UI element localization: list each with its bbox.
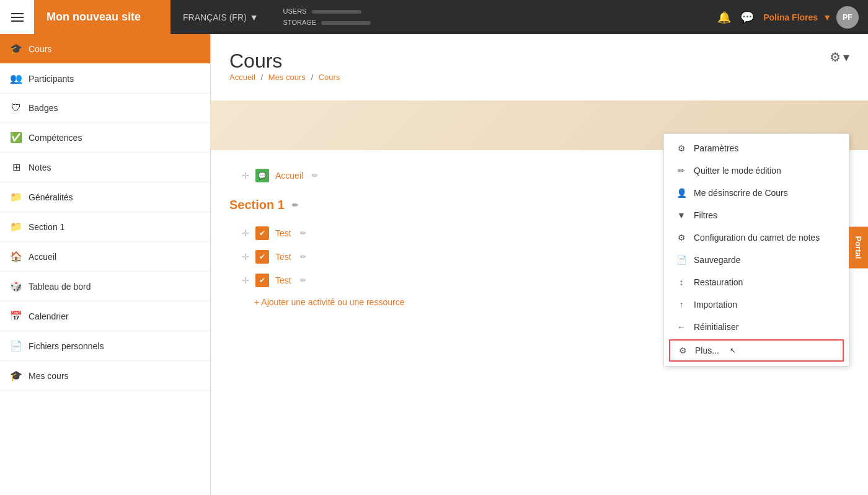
filtres-icon: ▼ [676, 210, 686, 220]
sidebar-item-calendrier[interactable]: 📅 Calendrier [0, 301, 210, 331]
gear-arrow: ▾ [843, 50, 849, 65]
breadcrumb-home[interactable]: Accueil [229, 73, 255, 82]
dropdown-item-parametres[interactable]: ⚙ Paramètres [664, 137, 849, 159]
hamburger-icon [11, 13, 24, 22]
dropdown-item-importation[interactable]: ↑ Importation [664, 293, 849, 316]
sidebar-label-calendrier: Calendrier [29, 311, 69, 321]
carnet-label: Configuration du carnet de notes [694, 233, 820, 243]
importation-icon: ↑ [676, 300, 686, 310]
users-stat: USERS [283, 6, 371, 17]
sidebar: 🎓 Cours 👥 Participants 🛡 Badges ✅ Compét… [0, 34, 211, 495]
accueil-link[interactable]: Accueil [275, 171, 303, 181]
sidebar-item-accueil[interactable]: 🏠 Accueil [0, 242, 210, 272]
dropdown-item-carnet[interactable]: ⚙ Configuration du carnet de notes [664, 226, 849, 249]
storage-stat: STORAGE [283, 17, 371, 29]
sidebar-label-generalites: Généralités [29, 192, 73, 202]
activity-link-3[interactable]: Test [275, 275, 291, 285]
sidebar-item-competences[interactable]: ✅ Compétences [0, 123, 210, 153]
activity-edit-1[interactable]: ✏ [300, 229, 306, 238]
drag-handle-1[interactable]: ✛ [242, 228, 249, 238]
dropdown-menu: ⚙ Paramètres ✏ Quitter le mode édition 👤… [663, 133, 849, 367]
sauvegarde-label: Sauvegarde [694, 255, 741, 265]
dropdown-item-sauvegarde[interactable]: 📄 Sauvegarde [664, 249, 849, 271]
add-activity-label: + Ajouter une activité ou une ressource [254, 297, 404, 307]
gear-button[interactable]: ⚙ ▾ [830, 50, 849, 65]
gear-icon: ⚙ [830, 50, 841, 65]
calendrier-icon: 📅 [10, 310, 22, 322]
site-brand[interactable]: Mon nouveau site [34, 0, 170, 34]
quiz-icon-3: ✔ [255, 274, 269, 287]
mes-cours-icon: 🎓 [10, 370, 22, 381]
notes-icon: ⊞ [10, 161, 22, 173]
dropdown-item-restauration[interactable]: ↕ Restauration [664, 271, 849, 293]
badges-icon: 🛡 [10, 102, 22, 114]
sidebar-label-notes: Notes [29, 163, 51, 172]
username-label: Polina Flores [763, 12, 818, 22]
dropdown-item-reinitialiser[interactable]: ← Réinitialiser [664, 316, 849, 338]
desinscrire-icon: 👤 [676, 188, 686, 198]
sidebar-item-tableau[interactable]: 🎲 Tableau de bord [0, 272, 210, 301]
brand-label: Mon nouveau site [46, 11, 141, 24]
activity-link-2[interactable]: Test [275, 252, 291, 262]
cours-icon: 🎓 [10, 43, 22, 55]
quitter-label: Quitter le mode édition [694, 166, 781, 176]
storage-bar [321, 21, 371, 25]
importation-label: Importation [694, 300, 737, 310]
notification-icon[interactable]: 🔔 [717, 11, 731, 24]
user-avatar: PF [836, 6, 859, 29]
activity-edit-3[interactable]: ✏ [300, 276, 306, 285]
language-selector[interactable]: FRANÇAIS (FR) ▼ [170, 12, 271, 22]
breadcrumb-current[interactable]: Cours [319, 73, 340, 82]
dropdown-item-quitter[interactable]: ✏ Quitter le mode édition [664, 159, 849, 182]
quiz-icon-2: ✔ [255, 250, 269, 264]
drag-handle-2[interactable]: ✛ [242, 252, 249, 262]
drag-handle-accueil[interactable]: ✛ [242, 171, 249, 181]
plus-label: Plus... [695, 346, 719, 355]
user-arrow: ▼ [823, 12, 831, 22]
parametres-icon: ⚙ [676, 143, 686, 153]
sidebar-item-cours[interactable]: 🎓 Cours [0, 34, 210, 64]
breadcrumb-my-courses[interactable]: Mes cours [268, 73, 306, 82]
section1-icon: 📁 [10, 221, 22, 233]
reinitialiser-icon: ← [676, 322, 686, 332]
title-area: Cours Accueil / Mes cours / Cours [229, 50, 340, 94]
navbar-right: 🔔 💬 Polina Flores ▼ PF [717, 6, 868, 29]
accueil-edit-pencil[interactable]: ✏ [312, 171, 318, 180]
activity-link-1[interactable]: Test [275, 228, 291, 238]
dropdown-item-desinscrire[interactable]: 👤 Me désinscrire de Cours [664, 182, 849, 204]
activity-edit-2[interactable]: ✏ [300, 252, 306, 261]
language-label: FRANÇAIS (FR) [183, 12, 247, 22]
sidebar-item-badges[interactable]: 🛡 Badges [0, 94, 210, 123]
page-title: Cours [229, 50, 340, 73]
message-icon[interactable]: 💬 [740, 11, 754, 24]
accueil-icon: 🏠 [10, 251, 22, 262]
section-1-edit[interactable]: ✏ [292, 201, 298, 210]
sidebar-item-mes-cours[interactable]: 🎓 Mes cours [0, 361, 210, 391]
sidebar-item-participants[interactable]: 👥 Participants [0, 64, 210, 94]
sidebar-item-section1[interactable]: 📁 Section 1 [0, 212, 210, 242]
restauration-label: Restauration [694, 277, 743, 287]
sidebar-label-badges: Badges [29, 103, 58, 113]
parametres-label: Paramètres [694, 143, 738, 153]
language-arrow: ▼ [250, 12, 259, 22]
sidebar-label-competences: Compétences [29, 133, 82, 143]
sidebar-item-fichiers[interactable]: 📄 Fichiers personnels [0, 331, 210, 361]
hamburger-button[interactable] [0, 0, 34, 34]
competences-icon: ✅ [10, 132, 22, 143]
dropdown-item-filtres[interactable]: ▼ Filtres [664, 204, 849, 226]
drag-handle-3[interactable]: ✛ [242, 275, 249, 285]
sauvegarde-icon: 📄 [676, 255, 686, 265]
portal-tab[interactable]: Portal [849, 227, 868, 269]
main-content: Cours Accueil / Mes cours / Cours ⚙ ▾ ✛ … [211, 34, 868, 495]
participants-icon: 👥 [10, 73, 22, 84]
tableau-icon: 🎲 [10, 280, 22, 292]
sidebar-label-mes-cours: Mes cours [29, 371, 69, 381]
sidebar-item-notes[interactable]: ⊞ Notes [0, 153, 210, 182]
restauration-icon: ↕ [676, 277, 686, 287]
sidebar-label-fichiers: Fichiers personnels [29, 341, 104, 351]
breadcrumb-sep2: / [311, 73, 313, 82]
user-menu[interactable]: Polina Flores ▼ PF [763, 6, 859, 29]
sidebar-item-generalites[interactable]: 📁 Généralités [0, 182, 210, 212]
desinscrire-label: Me désinscrire de Cours [694, 188, 788, 198]
dropdown-item-plus[interactable]: ⚙ Plus... ↖ [669, 339, 844, 362]
